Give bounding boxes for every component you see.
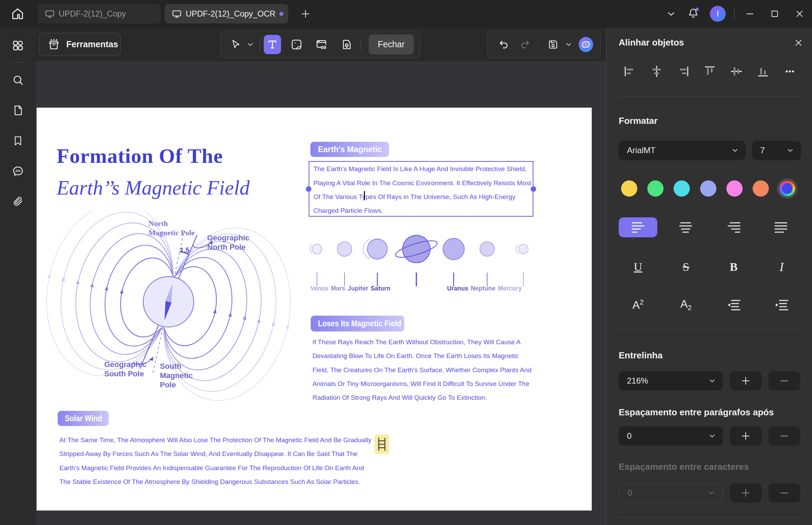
textbox-handle-right[interactable]: [531, 186, 536, 192]
redo-button[interactable]: [516, 35, 534, 54]
tab-updf-copy[interactable]: UPDF-2(12)_Copy: [38, 4, 161, 23]
annotation-marker[interactable]: [375, 435, 389, 454]
stamp-tool-button[interactable]: [338, 35, 355, 54]
subscript-glyph: A2: [680, 298, 692, 312]
plus-icon: [741, 488, 751, 498]
color-swatch-periwinkle[interactable]: [700, 180, 716, 197]
text-align-right-button[interactable]: [715, 217, 753, 237]
text-align-center-button[interactable]: [666, 217, 705, 237]
color-swatch-green[interactable]: [647, 180, 664, 197]
avatar[interactable]: I: [710, 6, 726, 22]
paragraph-loses-field[interactable]: If These Rays Reach The Earth Without Ob…: [312, 338, 531, 408]
color-swatch-orange[interactable]: [753, 180, 769, 197]
align-objects-left-button[interactable]: [620, 62, 639, 81]
heading-pill-earths-magnetic[interactable]: Earth's Magnetic: [310, 142, 389, 157]
line-spacing-decrease-button[interactable]: [768, 371, 800, 390]
textbox-handle-left[interactable]: [306, 186, 311, 192]
italic-button[interactable]: I: [768, 257, 795, 277]
thumbnails-button[interactable]: [8, 101, 28, 120]
align-objects-top-button[interactable]: [700, 62, 719, 81]
unsaved-dot: [279, 12, 283, 16]
color-swatch-pink[interactable]: [726, 180, 743, 197]
tools-menu-button[interactable]: Ferramentas: [39, 33, 121, 56]
paragraph-spacing-select[interactable]: 0: [619, 426, 723, 446]
text-align-justify-button[interactable]: [762, 217, 800, 237]
save-button[interactable]: [544, 35, 562, 54]
outdent-button[interactable]: [720, 295, 747, 315]
planet-name: Mercury: [498, 285, 522, 292]
bold-button[interactable]: B: [720, 257, 747, 277]
color-swatch-yellow[interactable]: [621, 180, 637, 197]
history-save-group: [487, 30, 601, 58]
doc-title-line1[interactable]: Formation Of The: [57, 144, 223, 168]
pill-label: Solar Wind: [65, 414, 102, 423]
label-geographic-north-pole: Geographic North Pole: [207, 233, 249, 252]
align-objects-bottom-button[interactable]: [753, 62, 773, 81]
paragraph-spacing-increase-button[interactable]: [730, 426, 762, 446]
text-align-right-icon: [727, 221, 741, 234]
maximize-icon: [770, 9, 780, 19]
line-spacing-increase-button[interactable]: [730, 371, 762, 390]
monitor-icon: [45, 9, 55, 19]
planets-graphic: [299, 230, 541, 289]
save-expand-button[interactable]: [562, 35, 574, 54]
workspace: Formation Of The Earth’’s Magnetic Field: [36, 28, 606, 525]
color-picker-wheel[interactable]: [777, 178, 798, 199]
search-button[interactable]: [8, 70, 28, 90]
font-size-select[interactable]: 7: [752, 141, 801, 160]
document-canvas[interactable]: Formation Of The Earth’’s Magnetic Field: [36, 61, 606, 525]
paragraph-spacing-decrease-button[interactable]: [768, 426, 800, 446]
doc-title-line2[interactable]: Earth’’s Magnetic Field: [57, 176, 250, 200]
search-icon: [12, 74, 24, 86]
home-button[interactable]: [9, 6, 26, 22]
text-align-center-icon: [678, 221, 693, 234]
comments-button[interactable]: [8, 161, 28, 181]
new-tab-button[interactable]: [298, 6, 313, 21]
heading-pill-solar-wind[interactable]: Solar Wind: [58, 411, 109, 426]
font-family-select[interactable]: ArialMT: [619, 141, 746, 160]
select-tool-button[interactable]: [227, 35, 244, 54]
char-spacing-label: Espaçamento entre caracteres: [619, 462, 749, 472]
bookmarks-button[interactable]: [8, 131, 28, 150]
char-spacing-select[interactable]: 0: [619, 483, 723, 503]
paragraph-solar-wind[interactable]: At The Same Time, The Atmosphere Will Al…: [59, 436, 371, 492]
panel-close-button[interactable]: [792, 37, 805, 49]
paragraph-spacing-value: 0: [619, 431, 631, 441]
color-swatch-cyan[interactable]: [674, 180, 690, 197]
align-objects-right-button[interactable]: [674, 62, 693, 81]
superscript-button[interactable]: A2: [624, 295, 652, 315]
link-tool-button[interactable]: [313, 35, 330, 54]
attachments-button[interactable]: [8, 192, 28, 211]
char-spacing-decrease-button[interactable]: [768, 483, 800, 503]
underline-button[interactable]: U: [624, 257, 652, 277]
selected-text-box[interactable]: The Earth's Magnetic Field Is Like A Hug…: [309, 161, 533, 217]
ai-assistant-button[interactable]: [579, 37, 593, 52]
strikethrough-button[interactable]: S: [672, 257, 700, 277]
line-spacing-select[interactable]: 216%: [619, 371, 723, 390]
char-spacing-increase-button[interactable]: [730, 483, 762, 503]
chevron-down-icon: [564, 40, 573, 49]
minimize-button[interactable]: [737, 4, 762, 23]
tab-updf-copy-ocr[interactable]: UPDF-2(12)_Copy_OCR: [165, 4, 288, 23]
text-tool-button[interactable]: [264, 35, 281, 54]
align-objects-hcenter-button[interactable]: [647, 62, 666, 81]
align-objects-vcenter-button[interactable]: [727, 62, 746, 81]
indent-icon: [775, 299, 789, 311]
text-align-left-button[interactable]: [619, 217, 657, 237]
heading-pill-loses-field[interactable]: Loses Its Magnetic Field: [311, 316, 404, 331]
align-objects-more-button[interactable]: [780, 62, 800, 81]
undo-button[interactable]: [494, 35, 513, 54]
panels-grid-button[interactable]: [8, 36, 28, 55]
pill-label: Earth's Magnetic: [318, 145, 382, 154]
panel-title: Alinhar objetos: [619, 37, 684, 48]
close-edit-button[interactable]: Fechar: [369, 34, 414, 55]
chevron-down-icon: [731, 146, 740, 155]
close-button[interactable]: [787, 4, 812, 23]
subscript-button[interactable]: A2: [672, 295, 700, 315]
indent-button[interactable]: [768, 295, 795, 315]
maximize-button[interactable]: [762, 4, 787, 23]
select-tool-expand[interactable]: [244, 35, 256, 54]
notifications-button[interactable]: [682, 4, 704, 23]
expand-menu-button[interactable]: [660, 4, 682, 23]
image-tool-button[interactable]: [288, 35, 305, 54]
